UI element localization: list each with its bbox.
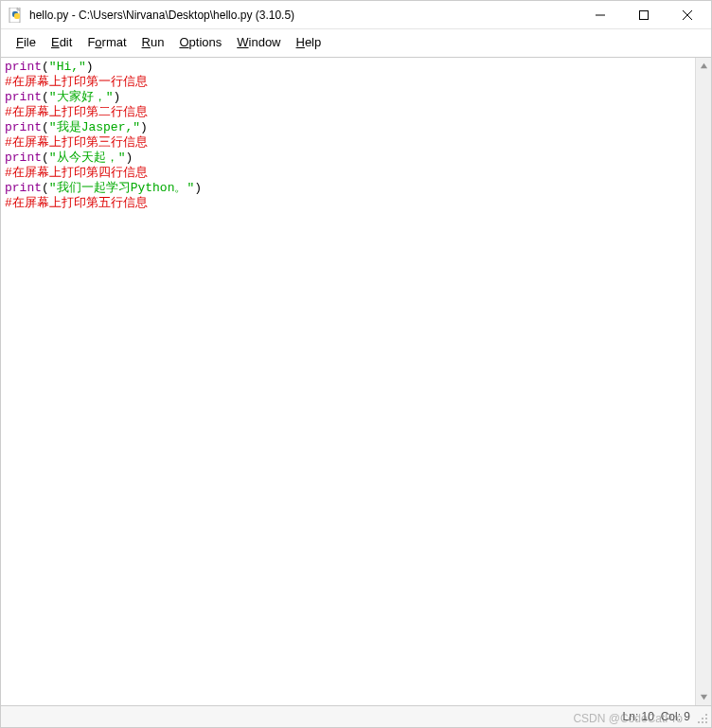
- scroll-up-icon[interactable]: [698, 60, 710, 72]
- titlebar: hello.py - C:\Users\Nirvana\Desktop\hell…: [1, 1, 711, 29]
- menu-edit[interactable]: Edit: [44, 33, 80, 51]
- menu-window[interactable]: Window: [229, 33, 288, 51]
- svg-rect-2: [640, 10, 649, 19]
- code-line: print("Hi,"): [5, 60, 691, 75]
- minimize-button[interactable]: [578, 1, 622, 29]
- window-title: hello.py - C:\Users\Nirvana\Desktop\hell…: [29, 9, 578, 22]
- menubar: File Edit Format Run Options Window Help: [1, 29, 711, 57]
- svg-point-9: [702, 721, 703, 723]
- code-line: #在屏幕上打印第一行信息: [5, 75, 691, 90]
- svg-point-10: [705, 721, 707, 723]
- menu-options[interactable]: Options: [171, 33, 229, 51]
- code-line: #在屏幕上打印第五行信息: [5, 196, 691, 211]
- code-line: print("大家好，"): [5, 90, 691, 105]
- window-controls: [578, 1, 709, 29]
- code-line: #在屏幕上打印第四行信息: [5, 166, 691, 181]
- code-line: #在屏幕上打印第二行信息: [5, 105, 691, 120]
- menu-file[interactable]: File: [9, 33, 44, 51]
- menu-format[interactable]: Format: [80, 33, 134, 51]
- svg-point-6: [702, 718, 703, 719]
- statusbar: CSDN @CodeCatPro Ln: 10 Col: 9: [1, 706, 711, 727]
- code-line: print("我是Jasper,"): [5, 120, 691, 135]
- maximize-button[interactable]: [622, 1, 666, 29]
- code-line: #在屏幕上打印第三行信息: [5, 135, 691, 151]
- code-line: print("从今天起，"): [5, 151, 691, 166]
- vertical-scrollbar[interactable]: [695, 58, 711, 705]
- menu-run[interactable]: Run: [134, 33, 172, 51]
- close-button[interactable]: [666, 1, 709, 29]
- python-file-icon: [9, 8, 24, 23]
- scroll-down-icon[interactable]: [698, 691, 710, 703]
- svg-point-5: [705, 714, 707, 716]
- code-editor[interactable]: print("Hi,")#在屏幕上打印第一行信息print("大家好，")#在屏…: [1, 58, 695, 705]
- cursor-position: Ln: 10 Col: 9: [623, 710, 690, 723]
- svg-point-8: [698, 721, 700, 723]
- svg-point-7: [705, 718, 707, 719]
- code-line: print("我们一起学习Python。"): [5, 181, 691, 196]
- resize-grip-icon[interactable]: [696, 712, 709, 725]
- editor-container: print("Hi,")#在屏幕上打印第一行信息print("大家好，")#在屏…: [1, 57, 711, 706]
- menu-help[interactable]: Help: [289, 33, 329, 51]
